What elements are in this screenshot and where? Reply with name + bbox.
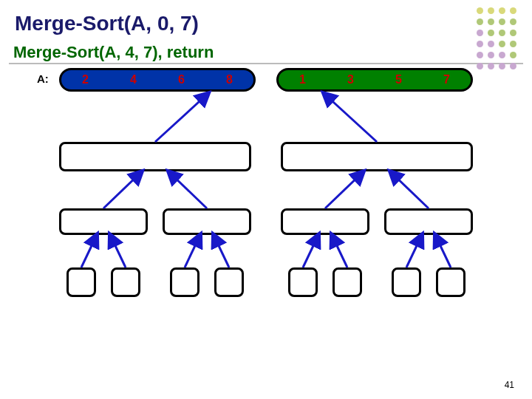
subarray-box-level3: [436, 267, 466, 297]
array-cell: 1: [279, 70, 327, 89]
subarray-box-level3: [111, 267, 140, 297]
svg-line-4: [325, 173, 362, 208]
subarray-box-level3: [170, 267, 200, 297]
array-left-half: 2 4 6 8: [59, 68, 256, 92]
svg-line-0: [155, 95, 207, 142]
subarray-box-level2: [281, 208, 369, 235]
array-cell: 5: [375, 70, 423, 89]
array-cell: 3: [327, 70, 375, 89]
subarray-box-level3: [214, 267, 244, 297]
svg-line-1: [325, 95, 377, 142]
subarray-box-level2: [163, 208, 251, 235]
svg-line-6: [81, 236, 96, 267]
subarray-box-level1: [59, 142, 251, 171]
subarray-box-level3: [288, 267, 318, 297]
subarray-box-level2: [59, 208, 148, 235]
array-right-half: 1 3 5 7: [276, 68, 473, 92]
svg-line-8: [185, 236, 200, 267]
array-cell: 2: [61, 70, 109, 89]
subarray-box-level3: [66, 267, 96, 297]
divider: [9, 63, 523, 64]
subarray-box-level1: [281, 142, 473, 171]
svg-line-10: [303, 236, 318, 267]
array-row: 2 4 6 8 1 3 5 7: [59, 68, 473, 92]
svg-line-3: [170, 173, 207, 208]
array-cell: 8: [205, 70, 253, 89]
subarray-box-level3: [392, 267, 421, 297]
page-number: 41: [505, 380, 514, 390]
svg-line-2: [103, 173, 140, 208]
subarray-box-level3: [332, 267, 362, 297]
array-cell: 7: [423, 70, 471, 89]
title-main: Merge-Sort(A, 0, 7): [15, 12, 199, 35]
array-cell: 4: [109, 70, 157, 89]
array-cell: 6: [157, 70, 205, 89]
array-label: A:: [37, 72, 49, 85]
svg-line-12: [406, 236, 421, 267]
svg-line-7: [111, 236, 126, 267]
svg-line-5: [392, 173, 429, 208]
svg-line-13: [436, 236, 451, 267]
subtitle: Merge-Sort(A, 4, 7), return: [13, 43, 214, 62]
decoration-dots: [477, 7, 517, 70]
svg-line-11: [332, 236, 347, 267]
svg-line-9: [214, 236, 229, 267]
subarray-box-level2: [384, 208, 473, 235]
